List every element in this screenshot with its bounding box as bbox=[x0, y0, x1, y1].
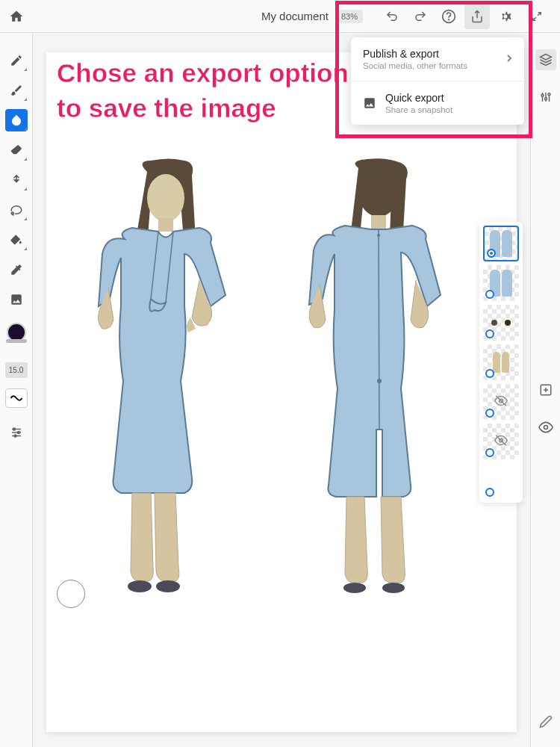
layer-thumbnail[interactable] bbox=[483, 344, 519, 380]
move-icon bbox=[10, 173, 23, 187]
sliders-icon bbox=[10, 426, 23, 439]
undo-icon bbox=[385, 10, 399, 23]
layer-selected-indicator bbox=[487, 249, 496, 258]
redo-button[interactable] bbox=[408, 4, 433, 29]
brush-smoothing-button[interactable] bbox=[5, 388, 28, 408]
svg-point-23 bbox=[147, 174, 184, 222]
svg-point-32 bbox=[382, 583, 405, 593]
brush-size-value[interactable]: 15.0 bbox=[5, 362, 28, 378]
layers-panel bbox=[479, 222, 523, 503]
svg-point-31 bbox=[343, 583, 366, 593]
paintbrush-icon bbox=[10, 84, 23, 97]
fullscreen-button[interactable] bbox=[524, 4, 550, 29]
lasso-tool[interactable] bbox=[5, 199, 28, 221]
add-button[interactable] bbox=[535, 379, 556, 400]
eye-icon bbox=[538, 420, 553, 435]
home-icon bbox=[9, 9, 24, 24]
share-icon bbox=[470, 10, 484, 23]
svg-point-29 bbox=[377, 234, 380, 237]
layer-selected-indicator bbox=[485, 329, 494, 338]
edit-button[interactable] bbox=[535, 711, 556, 732]
undo-button[interactable] bbox=[379, 4, 405, 29]
svg-point-1 bbox=[449, 19, 449, 19]
svg-point-18 bbox=[548, 93, 550, 96]
gear-icon bbox=[498, 9, 513, 24]
svg-point-30 bbox=[377, 379, 382, 383]
svg-rect-27 bbox=[371, 215, 386, 230]
export-menu: Publish & export Social media, other for… bbox=[351, 37, 524, 125]
watercolor-tool[interactable] bbox=[5, 109, 28, 131]
layer-selected-indicator bbox=[485, 290, 494, 299]
image-icon bbox=[10, 293, 23, 306]
svg-point-11 bbox=[14, 435, 16, 437]
canvas[interactable] bbox=[46, 52, 517, 732]
annotation-line2: to save the image bbox=[57, 90, 349, 125]
artwork bbox=[46, 52, 517, 732]
svg-point-22 bbox=[544, 426, 547, 430]
brush-size-slider-handle[interactable] bbox=[6, 339, 27, 343]
brush-tool[interactable] bbox=[5, 79, 28, 102]
svg-point-24 bbox=[128, 580, 152, 592]
help-button[interactable] bbox=[436, 4, 461, 29]
layer-thumbnail[interactable] bbox=[483, 463, 519, 499]
brush-cursor-preview bbox=[57, 580, 85, 608]
bucket-icon bbox=[10, 233, 23, 247]
svg-point-10 bbox=[17, 432, 19, 434]
eyedropper-tool[interactable] bbox=[5, 258, 28, 281]
svg-line-28 bbox=[379, 229, 379, 430]
layer-thumbnail[interactable] bbox=[483, 384, 519, 420]
share-button[interactable] bbox=[464, 4, 490, 29]
eraser-icon bbox=[10, 143, 23, 157]
visibility-button[interactable] bbox=[535, 417, 556, 438]
header-bar: My document 83% bbox=[0, 0, 560, 33]
droplet-brush-icon bbox=[10, 114, 23, 127]
svg-point-16 bbox=[541, 94, 544, 96]
lasso-icon bbox=[10, 203, 23, 217]
export-option-title: Publish & export bbox=[363, 48, 497, 60]
canvas-area bbox=[33, 33, 530, 747]
chevron-right-icon bbox=[506, 53, 512, 65]
layer-selected-indicator bbox=[485, 369, 494, 378]
layer-thumbnail[interactable] bbox=[483, 265, 519, 301]
layer-thumbnail[interactable] bbox=[483, 424, 519, 459]
annotation-text: Chose an export option to save the image bbox=[57, 55, 349, 126]
layers-icon bbox=[539, 53, 553, 66]
eraser-tool[interactable] bbox=[5, 139, 28, 161]
fill-tool[interactable] bbox=[5, 229, 28, 251]
annotation-line1: Chose an export option bbox=[57, 55, 349, 90]
layers-button[interactable] bbox=[535, 49, 556, 70]
wave-icon bbox=[10, 394, 23, 402]
settings-button[interactable] bbox=[493, 4, 518, 29]
publish-export-option[interactable]: Publish & export Social media, other for… bbox=[351, 37, 524, 81]
sliders-vertical-icon bbox=[539, 90, 553, 104]
svg-point-26 bbox=[359, 172, 398, 217]
quick-export-option[interactable]: Quick export Share a snapshot bbox=[351, 81, 524, 125]
left-toolbar: 15.0 bbox=[0, 33, 33, 747]
plus-square-icon bbox=[539, 383, 553, 397]
zoom-level[interactable]: 83% bbox=[336, 10, 363, 23]
redo-icon bbox=[413, 10, 428, 23]
move-tool[interactable] bbox=[5, 169, 28, 191]
expand-icon bbox=[532, 11, 542, 22]
layer-selected-indicator bbox=[485, 448, 494, 457]
layer-thumbnail[interactable] bbox=[483, 226, 519, 261]
eye-off-icon bbox=[494, 394, 508, 410]
adjustments-button[interactable] bbox=[535, 87, 556, 108]
pencil-tool[interactable] bbox=[5, 49, 28, 72]
layer-selected-indicator bbox=[485, 409, 494, 418]
right-toolbar bbox=[530, 33, 560, 747]
image-icon bbox=[363, 96, 376, 110]
image-tool[interactable] bbox=[5, 288, 28, 311]
export-option-subtitle: Social media, other formats bbox=[363, 61, 497, 70]
export-option-subtitle: Share a snapshot bbox=[385, 105, 512, 114]
layer-selected-indicator bbox=[485, 488, 494, 497]
eye-off-icon bbox=[494, 434, 508, 450]
home-button[interactable] bbox=[9, 9, 24, 24]
help-icon bbox=[441, 9, 456, 24]
pencil-icon bbox=[10, 54, 23, 67]
export-option-title: Quick export bbox=[385, 92, 512, 104]
svg-point-25 bbox=[156, 580, 180, 592]
layer-thumbnail[interactable] bbox=[483, 305, 519, 341]
brush-settings-button[interactable] bbox=[5, 421, 28, 444]
document-title[interactable]: My document bbox=[261, 10, 329, 22]
